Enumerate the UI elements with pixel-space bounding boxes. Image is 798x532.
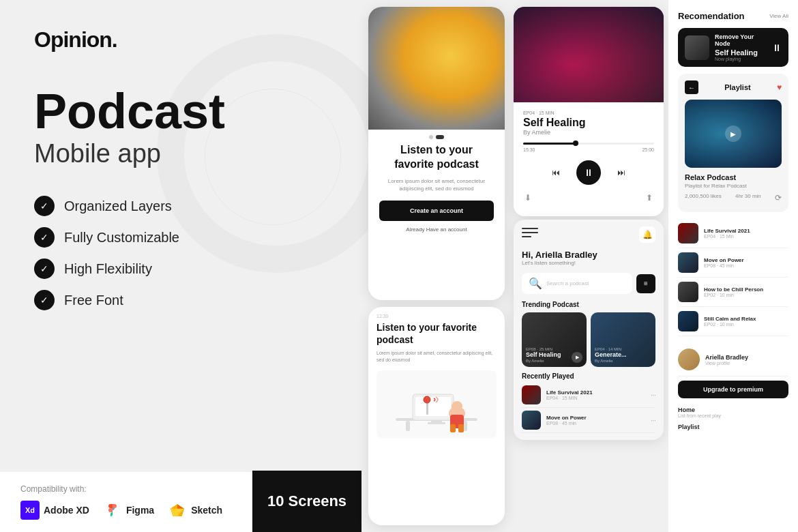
middle-phone-section: Listen to your favorite podcast Lorem ip… [368, 0, 512, 532]
recent-title-1: Life Survival 2021 [546, 389, 645, 396]
recent-item-2[interactable]: Move on Power EP08 · 45 min ··· [522, 408, 655, 433]
pause-button[interactable]: ⏸ [576, 160, 601, 185]
recent-thumb-2 [522, 411, 541, 430]
create-account-button[interactable]: Create an account [379, 201, 494, 221]
fast-forward-button[interactable]: ⏭ [615, 166, 628, 179]
playlist-cover-bg: ▶ [685, 100, 782, 168]
track-item-3[interactable]: How to be Chill Person EP02 · 10 min [678, 278, 788, 307]
player-controls: ⏮ ⏸ ⏭ [523, 160, 654, 185]
screens-count-box: 10 Screens [252, 471, 361, 532]
playlist-back-button[interactable]: ← [685, 80, 698, 94]
now-playing-card[interactable]: Remove Your Node Self Healing Now playin… [678, 28, 788, 67]
profile-sub[interactable]: View profile [705, 361, 788, 366]
search-icon: 🔍 [529, 277, 542, 290]
trending-title-2: Generate... [595, 351, 651, 359]
nav-item-playlist[interactable]: Playlist [678, 421, 788, 433]
recent-info-2: Move on Power EP08 · 45 min [546, 415, 645, 426]
tool-sketch: Sketch [168, 501, 222, 520]
search-placeholder: Search a podcast [546, 280, 589, 286]
now-playing-thumb [685, 35, 709, 60]
recent-info-1: Life Survival 2021 EP04 · 15 MIN [546, 389, 645, 400]
checkmark-icon-4: ✓ [34, 290, 55, 310]
share-icon[interactable]: ⬆ [646, 193, 653, 203]
trending-card-2[interactable]: EP04 · 14 MIN Generate... By Amelie [591, 312, 655, 367]
track-title-3: How to be Chill Person [704, 286, 788, 293]
nav-item-home[interactable]: Home List from recent play [678, 404, 788, 421]
playlist-duration: 4hr 30 min [735, 193, 761, 203]
rec-view-all[interactable]: View All [769, 13, 788, 19]
player-progress-bar[interactable] [523, 143, 654, 145]
playlist-heart-icon[interactable]: ♥ [777, 83, 782, 92]
sketch-icon [168, 501, 187, 520]
recent-options-2[interactable]: ··· [651, 415, 655, 425]
tool-sketch-label: Sketch [191, 505, 222, 516]
checkmark-icon-1: ✓ [34, 196, 55, 216]
track-thumb-4 [678, 311, 698, 331]
menu-line-1 [522, 228, 538, 229]
track-item-1[interactable]: Life Survival 2021 EP04 · 15 Min [678, 219, 788, 248]
track-ep-2: EP08 · 45 min [704, 263, 788, 268]
phone-tagline: Listen to your favorite podcast [379, 143, 494, 172]
greeting-sub-text: Let's listen something! [522, 260, 655, 266]
phone2-illustration [376, 370, 497, 439]
search-bar[interactable]: 🔍 Search a podcast [522, 273, 632, 294]
rewind-button[interactable]: ⏮ [549, 166, 563, 179]
phone-screen-welcome: Listen to your favorite podcast Lorem ip… [368, 7, 505, 300]
now-playing-pause-icon[interactable]: ⏸ [772, 42, 782, 53]
tool-adobe-xd-label: Adobe XD [44, 505, 89, 516]
trending-play-1[interactable]: ▶ [572, 352, 582, 363]
playlist-name: Relax Podcast [685, 173, 782, 181]
hamburger-menu-icon[interactable] [522, 226, 538, 239]
playlist-cover: ▶ [685, 100, 782, 168]
figma-icon [103, 501, 122, 520]
phone2-tagline: Listen to your favorite podcast [376, 321, 497, 346]
profile-info: Ariella Bradley View profile [705, 354, 788, 366]
track-thumb-1 [678, 223, 698, 243]
filter-button[interactable]: ≡ [636, 274, 655, 293]
app-title-main: Podcast [34, 87, 327, 136]
download-icon[interactable]: ⬇ [524, 193, 531, 203]
recent-item-1[interactable]: Life Survival 2021 EP04 · 15 MIN ··· [522, 383, 655, 408]
adobe-xd-icon: Xd [20, 501, 40, 520]
player-time-total: 25:00 [642, 147, 654, 152]
playlist-more-icon[interactable]: ⟳ [775, 193, 782, 203]
playlist-play-button[interactable]: ▶ [725, 125, 741, 142]
recent-ep-2: EP08 · 45 min [546, 421, 645, 426]
now-playing-info: Remove Your Node Self Healing Now playin… [715, 33, 767, 61]
trending-card-1[interactable]: EP08 · 25 MIN Self Healing By Amelie ▶ [522, 312, 587, 367]
phone-content: Listen to your favorite podcast Lorem ip… [368, 143, 505, 300]
svg-rect-19 [458, 424, 464, 432]
track-title-2: Move on Power [704, 257, 788, 263]
track-ep-1: EP04 · 15 Min [704, 234, 788, 239]
track-thumb-2 [678, 252, 698, 273]
recent-options-1[interactable]: ··· [651, 390, 655, 400]
track-item-2[interactable]: Move on Power EP08 · 45 min [678, 248, 788, 278]
feature-label-3: High Flexibility [64, 261, 152, 277]
svg-point-15 [452, 401, 462, 412]
app-title-sub: Mobile app [34, 139, 327, 168]
already-have-account-link[interactable]: Already Have an account [379, 226, 494, 233]
now-playing-sub: Now playing [715, 57, 767, 61]
player-actions: ⬇ ⬆ [523, 193, 654, 208]
track-info-4: Still Calm and Relax EP02 · 10 min [704, 316, 788, 327]
brand-logo: Opinion. [34, 27, 327, 53]
page-indicators [368, 130, 505, 143]
tool-figma: Figma [103, 501, 154, 520]
dot-1 [429, 135, 433, 139]
phone2-time: 12:30 [376, 314, 497, 319]
feature-label-4: Free Font [64, 293, 123, 308]
track-ep-4: EP02 · 10 min [704, 322, 788, 327]
left-panel: Opinion. Podcast Mobile app ✓ Organized … [0, 0, 361, 532]
phone-hero-image [368, 7, 505, 130]
track-list: Life Survival 2021 EP04 · 15 Min Move on… [678, 219, 788, 336]
phone2-description: Lorem ipsum dolor sit amet, consectetur … [376, 350, 497, 364]
profile-avatar [678, 349, 700, 370]
menu-line-3 [522, 236, 531, 237]
playlist-meta: 2,000,500 likes 4hr 30 min ⟳ [685, 193, 782, 203]
player-progress-fill [523, 143, 576, 145]
nav-home-title: Home [678, 407, 788, 413]
upgrade-button[interactable]: Upgrade to premium [678, 381, 788, 398]
dashboard-screen: 🔔 Hi, Ariella Bradley Let's listen somet… [514, 220, 664, 440]
track-item-4[interactable]: Still Calm and Relax EP02 · 10 min [678, 307, 788, 336]
bell-icon[interactable]: 🔔 [639, 226, 655, 243]
